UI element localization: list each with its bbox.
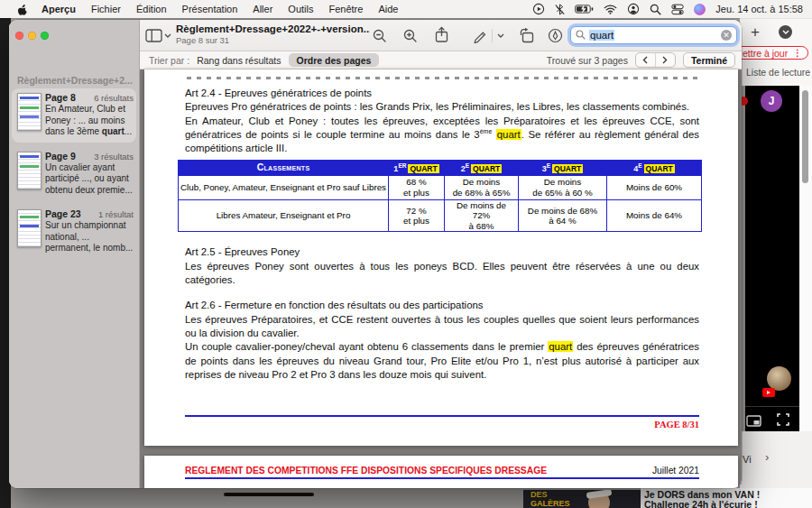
result-count: 6 résultats bbox=[94, 93, 134, 103]
preview-window: Règlement+Dressage+2... Page 8 6 résulta… bbox=[9, 20, 742, 488]
clear-search-icon[interactable]: ✕ bbox=[721, 30, 732, 41]
update-button[interactable]: ettre à jour ⋮ bbox=[733, 46, 808, 60]
search-input-value[interactable]: quart bbox=[589, 30, 614, 41]
done-button[interactable]: Terminé bbox=[683, 52, 735, 68]
siri-icon[interactable] bbox=[694, 4, 706, 15]
page-thumbnail bbox=[17, 152, 42, 189]
table-row: Libres Amateur, Enseignant et Pro 72 %et… bbox=[179, 199, 702, 232]
menu-apercu[interactable]: Aperçu bbox=[42, 4, 76, 14]
markup-button[interactable] bbox=[473, 28, 488, 43]
result-count: 3 résultats bbox=[94, 152, 134, 162]
result-snippet: Sur un championnat national, ... permane… bbox=[45, 220, 134, 254]
search-field[interactable]: quart ✕ bbox=[570, 26, 737, 44]
previous-result-button[interactable] bbox=[636, 53, 655, 67]
clipped-text-line bbox=[187, 77, 697, 79]
toolbar-divider bbox=[492, 29, 493, 42]
article-2-6-heading: Art 2.6 - Fermeture en fonction des résu… bbox=[185, 299, 699, 312]
menu-bar: Aperçu Fichier Édition Présentation Alle… bbox=[0, 0, 812, 18]
regulation-header-date: Juillet 2021 bbox=[652, 466, 699, 476]
background-scrollbar-thumb[interactable] bbox=[802, 90, 808, 183]
desktop: Aperçu Fichier Édition Présentation Alle… bbox=[0, 0, 812, 508]
menu-presentation[interactable]: Présentation bbox=[182, 4, 238, 14]
search-result-page-23[interactable]: Page 23 1 résultat Sur un championnat na… bbox=[12, 205, 136, 259]
video-title-list: Je DORS dans mon VAN ! Challenge 24h à l… bbox=[641, 488, 812, 508]
zoom-in-button[interactable] bbox=[403, 29, 418, 43]
picture-in-picture-icon[interactable] bbox=[746, 414, 761, 430]
pdf-page-8: Art 2.4 - Epreuves génératrices de point… bbox=[144, 69, 738, 446]
menu-edition[interactable]: Édition bbox=[136, 4, 167, 14]
page-number-footer: PAGE 8/31 bbox=[654, 420, 699, 429]
search-filter-bar: Trier par : Rang dans résultats Ordre de… bbox=[140, 51, 742, 69]
result-page-number: Page 9 bbox=[45, 151, 76, 162]
bluetooth-off-icon[interactable] bbox=[555, 4, 565, 15]
reading-list-label[interactable]: Liste de lecture bbox=[746, 67, 810, 78]
next-result-button[interactable] bbox=[655, 53, 675, 67]
pdf-page-9: REGLEMENT DES COMPETITIONS FFE DISPOSITI… bbox=[144, 456, 738, 488]
zoom-button[interactable] bbox=[41, 32, 49, 40]
rotate-button[interactable] bbox=[518, 27, 536, 43]
fullscreen-icon[interactable] bbox=[777, 413, 789, 429]
close-button[interactable] bbox=[15, 32, 23, 40]
zoom-out-button[interactable] bbox=[373, 29, 387, 43]
search-result-page-9[interactable]: Page 9 3 résultats Un cavalier ayant par… bbox=[12, 147, 136, 201]
regulation-header-title: REGLEMENT DES COMPETITIONS FFE DISPOSITI… bbox=[185, 466, 547, 476]
player-divider bbox=[745, 406, 799, 407]
menu-outils[interactable]: Outils bbox=[288, 4, 313, 14]
control-center-icon[interactable] bbox=[671, 4, 684, 15]
search-result-page-8[interactable]: Page 8 6 résultats En Amateur, Club et P… bbox=[12, 88, 136, 143]
channel-avatar[interactable] bbox=[767, 366, 791, 391]
battery-icon[interactable] bbox=[575, 5, 594, 14]
user-switch-icon[interactable] bbox=[627, 3, 640, 15]
minimize-button[interactable] bbox=[28, 32, 36, 40]
apple-menu-icon[interactable] bbox=[16, 3, 27, 15]
wifi-icon[interactable] bbox=[604, 5, 617, 14]
now-playing-icon[interactable] bbox=[532, 3, 545, 15]
classements-table: Classements 1ERQUART 2EQUART 3EQUART 4EQ… bbox=[178, 160, 702, 232]
share-button[interactable] bbox=[435, 26, 448, 43]
page-indicator: Page 8 sur 31 bbox=[176, 35, 370, 45]
video-title[interactable]: Challenge 24h à l'écurie ! bbox=[644, 499, 758, 508]
video-thumbnail[interactable]: DESGALÈRES bbox=[523, 490, 641, 508]
search-results-sidebar: Règlement+Dressage+2... Page 8 6 résulta… bbox=[9, 20, 140, 488]
table-row: Club, Poney, Amateur, Enseignant et Pro … bbox=[179, 175, 702, 199]
search-highlight: QUART bbox=[408, 164, 438, 173]
menu-aller[interactable]: Aller bbox=[253, 4, 272, 14]
search-highlight: QUART bbox=[471, 164, 502, 173]
footer-rule bbox=[185, 415, 699, 417]
chevron-right-icon[interactable]: › bbox=[765, 450, 769, 464]
menu-clock[interactable]: Jeu. 14 oct. à 15:58 bbox=[715, 4, 803, 14]
result-page-number: Page 23 bbox=[45, 208, 81, 219]
result-snippet: Un cavalier ayant participé ..., ou ayan… bbox=[45, 162, 134, 197]
markup-chevron-down-icon[interactable] bbox=[497, 33, 504, 38]
search-highlight: quart bbox=[496, 129, 521, 140]
table-header-row: Classements 1ERQUART 2EQUART 3EQUART 4EQ… bbox=[179, 161, 702, 176]
sidebar-toggle-button[interactable] bbox=[145, 29, 162, 42]
menu-fenetre[interactable]: Fenêtre bbox=[328, 4, 363, 14]
results-found-label: Trouvé sur 3 pages bbox=[547, 55, 628, 66]
result-pager bbox=[635, 52, 676, 68]
new-tab-button[interactable]: + bbox=[751, 23, 760, 42]
sidebar-chevron-down-icon[interactable] bbox=[164, 33, 171, 38]
spotlight-icon[interactable] bbox=[650, 4, 661, 15]
menu-fichier[interactable]: Fichier bbox=[91, 4, 121, 14]
tab-overflow-button[interactable] bbox=[779, 25, 792, 39]
more-videos-link[interactable]: Vi bbox=[743, 454, 752, 465]
pdf-content-area[interactable]: Art 2.4 - Epreuves génératrices de point… bbox=[140, 69, 742, 488]
window-controls bbox=[15, 32, 49, 40]
search-highlight: QUART bbox=[552, 164, 583, 173]
result-snippet: En Amateur, Club et Poney : ... au moins… bbox=[45, 104, 134, 138]
preview-toolbar: Règlement+Dressage+2022+-+version... Pag… bbox=[140, 20, 742, 51]
next-page-header: REGLEMENT DES COMPETITIONS FFE DISPOSITI… bbox=[185, 466, 699, 479]
youtube-badge-icon bbox=[762, 388, 775, 397]
sort-option-rank[interactable]: Rang dans résultats bbox=[197, 55, 281, 66]
highlight-button[interactable] bbox=[548, 28, 563, 43]
menu-aide[interactable]: Aide bbox=[378, 4, 398, 14]
thumbnail-caption: DESGALÈRES bbox=[531, 490, 570, 508]
more-options-icon: ⋮ bbox=[793, 48, 802, 58]
article-2-4-paragraph-1: Epreuves Pro génératrices de points : le… bbox=[185, 100, 699, 114]
sort-option-page-order[interactable]: Ordre des pages bbox=[289, 53, 380, 67]
account-avatar[interactable]: J bbox=[761, 90, 782, 112]
window-title: Règlement+Dressage+2022+-+version... bbox=[176, 23, 370, 34]
background-bar bbox=[224, 493, 314, 496]
menu-status-area: Jeu. 14 oct. à 15:58 bbox=[532, 3, 803, 15]
